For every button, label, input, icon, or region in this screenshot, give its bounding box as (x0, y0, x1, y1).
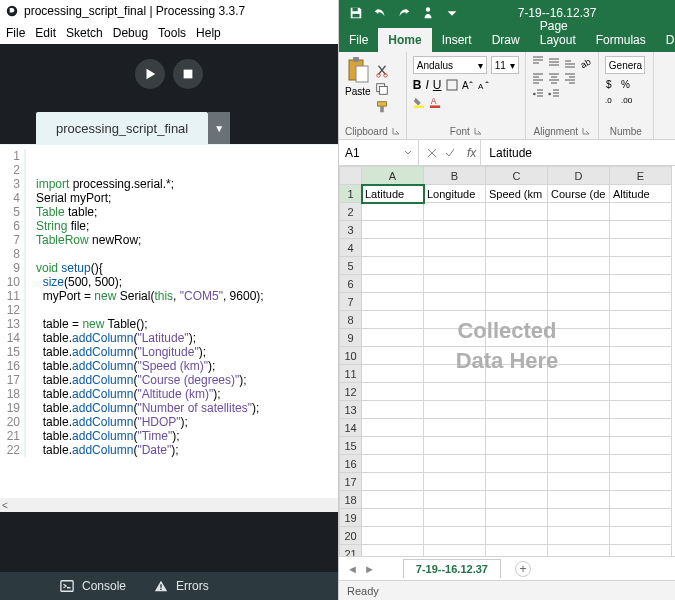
cell[interactable] (610, 527, 672, 545)
italic-button[interactable]: I (425, 78, 428, 92)
cell[interactable] (362, 491, 424, 509)
cell[interactable] (610, 383, 672, 401)
cell[interactable] (548, 311, 610, 329)
format-painter-icon[interactable] (375, 100, 389, 114)
cell[interactable] (362, 347, 424, 365)
cell[interactable] (486, 347, 548, 365)
align-middle-icon[interactable] (548, 56, 560, 68)
cancel-icon[interactable] (427, 148, 437, 158)
redo-icon[interactable] (397, 6, 411, 20)
align-bottom-icon[interactable] (564, 56, 576, 68)
cell[interactable] (424, 527, 486, 545)
cell[interactable] (610, 257, 672, 275)
spreadsheet-grid[interactable]: ABCDE1LatitudeLongitudeSpeed (kmCourse (… (339, 166, 675, 556)
add-sheet-button[interactable]: + (515, 561, 531, 577)
cell[interactable] (424, 545, 486, 557)
row-header[interactable]: 7 (340, 293, 362, 311)
cell[interactable] (486, 365, 548, 383)
row-header[interactable]: 20 (340, 527, 362, 545)
run-button[interactable] (135, 59, 165, 89)
cell[interactable] (486, 293, 548, 311)
code-editor[interactable]: 12345678910111213141516171819202122 impo… (0, 144, 338, 498)
row-header[interactable]: 17 (340, 473, 362, 491)
border-button[interactable] (446, 79, 458, 91)
cell[interactable] (424, 473, 486, 491)
cell[interactable] (548, 437, 610, 455)
cell[interactable] (548, 401, 610, 419)
increase-decimal-icon[interactable]: .0 (605, 94, 617, 106)
cell[interactable] (362, 239, 424, 257)
cell[interactable] (362, 365, 424, 383)
cut-icon[interactable] (375, 64, 389, 78)
row-header[interactable]: 11 (340, 365, 362, 383)
cell[interactable] (486, 419, 548, 437)
cell[interactable] (362, 329, 424, 347)
percent-icon[interactable]: % (621, 78, 633, 90)
cell[interactable] (548, 455, 610, 473)
cell[interactable] (362, 473, 424, 491)
cell[interactable] (486, 329, 548, 347)
row-header[interactable]: 19 (340, 509, 362, 527)
cell[interactable] (486, 455, 548, 473)
paste-button[interactable]: Paste (345, 56, 371, 122)
cell[interactable] (486, 383, 548, 401)
cell[interactable] (486, 527, 548, 545)
cell[interactable] (548, 473, 610, 491)
cell[interactable] (610, 221, 672, 239)
row-header[interactable]: 13 (340, 401, 362, 419)
cell[interactable] (486, 491, 548, 509)
decrease-decimal-icon[interactable]: .00 (621, 94, 633, 106)
select-all-corner[interactable] (340, 167, 362, 185)
align-center-icon[interactable] (548, 72, 560, 84)
row-header[interactable]: 14 (340, 419, 362, 437)
menu-sketch[interactable]: Sketch (66, 26, 103, 40)
underline-button[interactable]: U (433, 78, 442, 92)
cell[interactable] (362, 527, 424, 545)
row-header[interactable]: 21 (340, 545, 362, 557)
stop-button[interactable] (173, 59, 203, 89)
cell[interactable] (610, 419, 672, 437)
cell[interactable] (424, 329, 486, 347)
sheet-tab[interactable]: 7-19--16.12.37 (403, 559, 501, 578)
cell[interactable] (424, 239, 486, 257)
menu-tools[interactable]: Tools (158, 26, 186, 40)
cell[interactable] (486, 509, 548, 527)
cell[interactable] (486, 221, 548, 239)
cell[interactable] (362, 509, 424, 527)
cell[interactable] (548, 491, 610, 509)
align-top-icon[interactable] (532, 56, 544, 68)
row-header[interactable]: 16 (340, 455, 362, 473)
console-tab[interactable]: Console (60, 579, 126, 593)
cell[interactable] (610, 509, 672, 527)
cell[interactable] (610, 401, 672, 419)
cell[interactable]: Altitude (610, 185, 672, 203)
cell[interactable] (424, 455, 486, 473)
cell[interactable] (548, 347, 610, 365)
cell[interactable] (424, 203, 486, 221)
currency-icon[interactable]: $ (605, 78, 617, 90)
code-area[interactable]: import processing.serial.*;Serial myPort… (32, 145, 338, 498)
cell[interactable] (548, 383, 610, 401)
cell[interactable] (362, 203, 424, 221)
cell[interactable] (486, 437, 548, 455)
cell[interactable] (424, 275, 486, 293)
row-header[interactable]: 6 (340, 275, 362, 293)
tab-menu-button[interactable]: ▼ (208, 112, 230, 144)
ribbon-tab-draw[interactable]: Draw (482, 28, 530, 52)
row-header[interactable]: 9 (340, 329, 362, 347)
console-output[interactable] (0, 512, 338, 572)
cell[interactable] (424, 365, 486, 383)
cell[interactable] (362, 257, 424, 275)
decrease-indent-icon[interactable] (532, 88, 544, 100)
cell[interactable] (610, 365, 672, 383)
cell[interactable] (362, 545, 424, 557)
cell[interactable] (362, 455, 424, 473)
row-header[interactable]: 15 (340, 437, 362, 455)
cell[interactable] (548, 509, 610, 527)
decrease-font-icon[interactable]: A (478, 79, 490, 91)
cell[interactable] (424, 383, 486, 401)
row-header[interactable]: 4 (340, 239, 362, 257)
cell[interactable] (424, 257, 486, 275)
name-box[interactable]: A1 (339, 140, 419, 165)
row-header[interactable]: 3 (340, 221, 362, 239)
